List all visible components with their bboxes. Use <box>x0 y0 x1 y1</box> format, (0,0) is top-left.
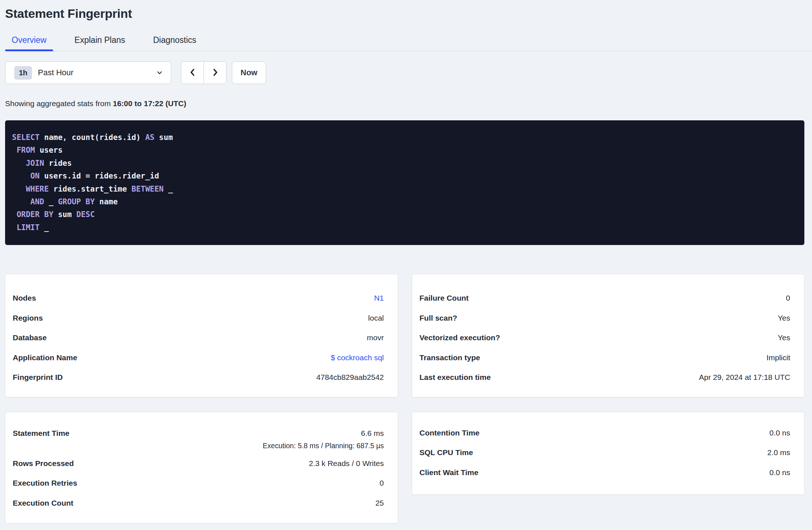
row-client-wait-time: Client Wait Time 0.0 ns <box>419 463 790 483</box>
last-execution-time-value: Apr 29, 2024 at 17:18 UTC <box>699 373 790 382</box>
row-regions: Regions local <box>13 308 384 328</box>
sql-token: sum <box>53 210 76 219</box>
row-nodes: Nodes N1 <box>13 288 384 308</box>
row-sql-cpu-time: SQL CPU Time 2.0 ms <box>419 443 790 463</box>
database-label: Database <box>13 333 47 342</box>
sql-cpu-time-value: 2.0 ms <box>767 448 790 457</box>
transaction-type-label: Transaction type <box>419 353 480 362</box>
full-scan-value: Yes <box>778 314 790 322</box>
statement-timing-card: Statement Time 6.6 ms Execution: 5.8 ms … <box>5 412 398 524</box>
statement-time-label: Statement Time <box>13 429 69 438</box>
execution-attributes-card: Failure Count 0 Full scan? Yes Vectorize… <box>412 274 804 397</box>
tab-explain-plans-label: Explain Plans <box>75 35 125 45</box>
now-button[interactable]: Now <box>232 61 266 84</box>
row-execution-count: Execution Count 25 <box>13 493 384 513</box>
contention-time-value: 0.0 ns <box>769 429 790 437</box>
sql-token: WHERE <box>26 185 49 193</box>
sql-token: name, count(rides.id) <box>40 133 145 142</box>
page-title: Statement Fingerprint <box>5 7 804 21</box>
sql-token: users.id = rides.rider_id <box>40 172 159 180</box>
row-transaction-type: Transaction type Implicit <box>419 348 790 368</box>
execution-retries-value: 0 <box>379 479 384 487</box>
sql-token <box>12 185 26 193</box>
sql-token: BETWEEN <box>132 185 164 193</box>
row-statement-time: Statement Time 6.6 ms <box>13 426 384 441</box>
row-rows-processed: Rows Processed 2.3 k Reads / 0 Writes <box>13 454 384 474</box>
tab-diagnostics[interactable]: Diagnostics <box>146 35 203 51</box>
sql-token: users <box>35 146 63 154</box>
previous-time-window-button[interactable] <box>181 62 204 84</box>
sql-token: name <box>95 197 118 206</box>
failure-count-value: 0 <box>786 294 790 302</box>
sql-token: FROM <box>17 146 35 154</box>
sql-token: _ <box>44 197 58 206</box>
sql-token <box>12 146 17 154</box>
failure-count-label: Failure Count <box>419 294 469 302</box>
client-wait-time-label: Client Wait Time <box>419 468 478 477</box>
tab-diagnostics-label: Diagnostics <box>153 35 196 45</box>
sql-token: AND <box>31 197 44 206</box>
chevron-right-icon <box>210 68 220 78</box>
sql-token: rides <box>44 159 72 168</box>
execution-count-label: Execution Count <box>13 499 73 507</box>
page-content: Statement Fingerprint Overview Explain P… <box>0 0 812 523</box>
sql-token: SELECT <box>12 133 40 142</box>
sql-token: rides.start_time <box>49 185 132 193</box>
tab-overview-label: Overview <box>12 35 47 45</box>
sql-token: DESC <box>76 210 95 219</box>
sql-token: GROUP BY <box>58 197 95 206</box>
chevron-down-icon <box>156 69 164 77</box>
aggregated-stats-caption: Showing aggregated stats from 16:00 to 1… <box>5 99 804 108</box>
sql-token: LIMIT <box>17 223 40 232</box>
application-name-value-link[interactable]: $ cockroach sql <box>331 353 384 362</box>
tab-explain-plans[interactable]: Explain Plans <box>68 35 132 51</box>
client-wait-time-value: 0.0 ns <box>769 468 790 477</box>
next-time-window-button[interactable] <box>204 62 226 84</box>
row-contention-time: Contention Time 0.0 ns <box>419 423 790 443</box>
last-execution-time-label: Last execution time <box>419 373 491 382</box>
execution-retries-label: Execution Retries <box>13 479 77 487</box>
row-full-scan: Full scan? Yes <box>419 308 790 328</box>
execution-count-value: 25 <box>375 499 384 507</box>
sql-token <box>12 223 17 232</box>
full-scan-label: Full scan? <box>419 314 457 322</box>
sql-token <box>12 159 26 168</box>
nodes-label: Nodes <box>13 294 36 302</box>
statement-details-card: Nodes N1 Regions local Database movr App… <box>5 274 398 397</box>
fingerprint-id-label: Fingerprint ID <box>13 373 63 382</box>
rows-processed-value: 2.3 k Reads / 0 Writes <box>309 459 384 468</box>
time-window-arrows <box>181 61 226 84</box>
sql-token: JOIN <box>26 159 44 168</box>
sql-token: _ <box>40 223 49 232</box>
contention-time-label: Contention Time <box>419 429 479 437</box>
vectorized-execution-label: Vectorized execution? <box>419 333 500 342</box>
fingerprint-id-value: 4784cb829aab2542 <box>316 373 384 382</box>
application-name-label: Application Name <box>13 353 77 362</box>
row-failure-count: Failure Count 0 <box>419 288 790 308</box>
rows-processed-label: Rows Processed <box>13 459 74 468</box>
time-range-label: Past Hour <box>38 68 73 77</box>
sql-token: ON <box>31 172 40 180</box>
aggregated-stats-range: 16:00 to 17:22 (UTC) <box>113 99 186 108</box>
sql-token: ORDER BY <box>17 210 53 219</box>
wait-timing-card: Contention Time 0.0 ns SQL CPU Time 2.0 … <box>412 412 804 495</box>
statement-time-breakdown: Execution: 5.8 ms / Planning: 687.5 µs <box>13 441 384 451</box>
regions-value: local <box>368 314 384 322</box>
nodes-value-link[interactable]: N1 <box>374 294 384 302</box>
sql-token <box>12 172 31 180</box>
transaction-type-value: Implicit <box>767 353 790 362</box>
sql-statement: SELECT name, count(rides.id) AS sum FROM… <box>12 131 796 234</box>
tab-overview[interactable]: Overview <box>5 35 53 51</box>
sql-cpu-time-label: SQL CPU Time <box>419 448 473 457</box>
row-database: Database movr <box>13 328 384 348</box>
regions-label: Regions <box>13 314 43 322</box>
sql-statement-box: SELECT name, count(rides.id) AS sum FROM… <box>5 120 804 245</box>
overview-cards-row: Nodes N1 Regions local Database movr App… <box>5 274 804 397</box>
sql-token: AS <box>145 133 154 142</box>
time-range-select[interactable]: 1h Past Hour <box>5 61 171 84</box>
time-controls: 1h Past Hour Now <box>5 61 804 84</box>
row-execution-retries: Execution Retries 0 <box>13 473 384 493</box>
sql-token: _ <box>164 185 173 193</box>
row-last-execution-time: Last execution time Apr 29, 2024 at 17:1… <box>419 368 790 388</box>
vectorized-execution-value: Yes <box>778 333 790 342</box>
